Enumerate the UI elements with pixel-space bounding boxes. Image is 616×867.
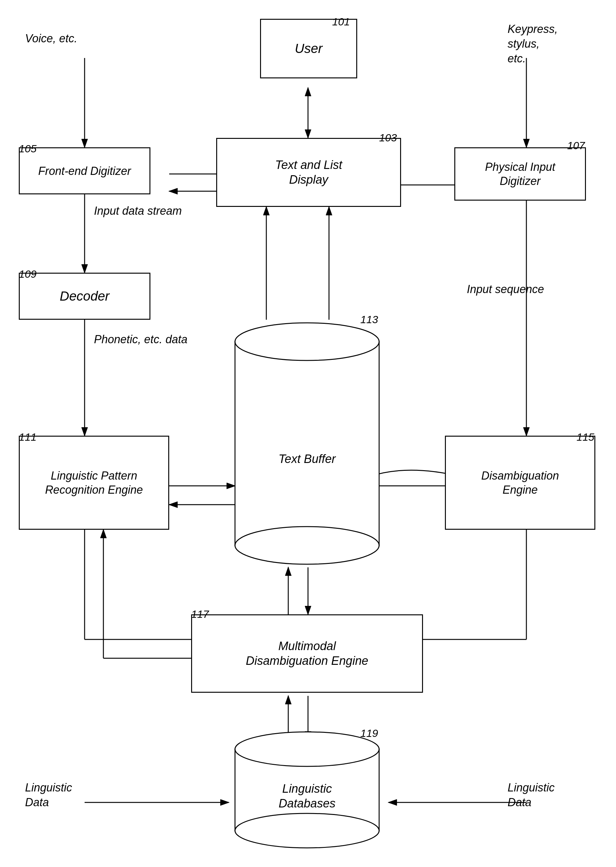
linguistic-db-label: Linguistic Databases [278,781,336,811]
linguistic-data-left-label: Linguistic Data [25,780,72,810]
svg-rect-30 [235,341,379,545]
keypress-label: Keypress, stylus, etc. [508,22,558,66]
svg-point-31 [235,323,379,360]
ref-109: 109 [19,268,37,280]
linguistic-pattern-box: Linguistic Pattern Recognition Engine [19,436,169,530]
voice-label: Voice, etc. [25,31,77,46]
text-buffer-cylinder: Text Buffer [229,320,385,567]
svg-point-32 [235,527,379,564]
ref-105: 105 [19,143,37,155]
multimodal-box: Multimodal Disambiguation Engine [191,614,423,693]
ref-117: 117 [191,608,209,620]
disambiguation-box: Disambiguation Engine [445,436,595,530]
front-end-box: Front-end Digitizer [19,147,151,194]
decoder-box: Decoder [19,273,151,320]
text-display-box: Text and List Display [216,138,401,207]
phonetic-label: Phonetic, etc. data [94,332,187,347]
ref-103: 103 [379,132,397,144]
ref-115: 115 [577,431,594,443]
ref-113: 113 [360,313,378,326]
ref-107: 107 [567,140,585,152]
linguistic-db-cylinder: Linguistic Databases [229,730,385,850]
linguistic-data-right-label: Linguistic Data [508,780,555,810]
svg-point-35 [235,814,379,848]
ref-119: 119 [360,727,378,740]
ref-101: 101 [332,16,350,28]
text-buffer-label: Text Buffer [278,452,336,467]
physical-input-box: Physical Input Digitizer [454,147,586,201]
ref-111: 111 [19,431,37,443]
input-data-label: Input data stream [94,204,182,219]
diagram: User 101 Text and List Display 103 Voice… [0,0,616,867]
svg-point-34 [235,732,379,766]
input-sequence-label: Input sequence [467,282,544,297]
